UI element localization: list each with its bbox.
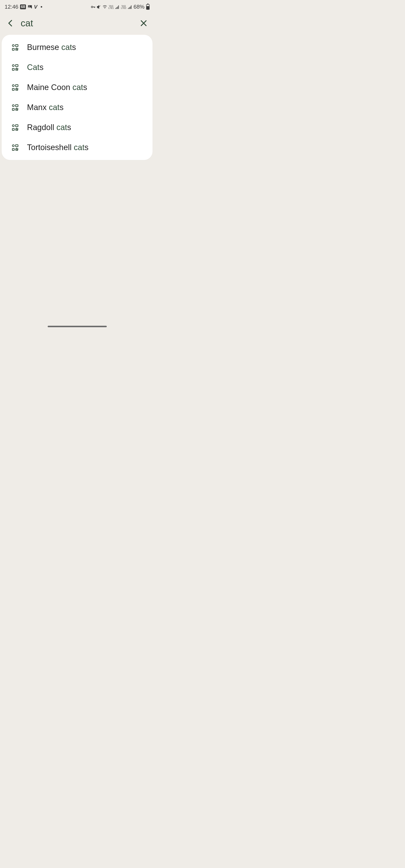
- navigation-bar-indicator[interactable]: [48, 326, 107, 327]
- result-item[interactable]: Cats: [2, 57, 152, 78]
- svg-rect-15: [16, 104, 18, 106]
- lte1-indicator: Vo)) LTE1: [109, 5, 114, 9]
- result-label: Cats: [27, 63, 44, 72]
- svg-rect-22: [12, 148, 15, 150]
- svg-rect-10: [12, 68, 15, 70]
- search-results-card: Burmese cats Cats Maine Coon cats Manx c…: [2, 35, 152, 160]
- clear-button[interactable]: [139, 19, 148, 27]
- result-item[interactable]: Ragdoll cats: [2, 118, 152, 137]
- app-icon-v: V: [34, 4, 37, 10]
- result-item[interactable]: Maine Coon cats: [2, 78, 152, 97]
- svg-rect-16: [12, 108, 15, 110]
- widget-icon: [11, 44, 19, 51]
- svg-rect-7: [12, 48, 15, 50]
- widget-icon: [11, 124, 19, 131]
- status-right: Vo)) LTE1 Vo)) LTE2 68%: [91, 4, 149, 10]
- status-notification-count: 68: [20, 4, 26, 9]
- svg-rect-19: [12, 128, 15, 130]
- lte2-indicator: Vo)) LTE2: [121, 5, 126, 9]
- status-time: 12:46: [5, 4, 18, 10]
- widget-icon: [11, 144, 19, 151]
- result-label: Burmese cats: [27, 43, 76, 52]
- result-label: Ragdoll cats: [27, 123, 71, 132]
- gallery-icon: [28, 5, 32, 9]
- widget-icon: [11, 84, 19, 91]
- more-notifications-dot: [41, 6, 42, 8]
- svg-rect-21: [16, 145, 18, 147]
- status-left: 12:46 68 V: [5, 4, 42, 10]
- result-label: Maine Coon cats: [27, 83, 87, 92]
- vpn-key-icon: [91, 5, 95, 9]
- widget-icon: [11, 64, 19, 71]
- svg-point-20: [12, 145, 15, 147]
- search-header: cat: [0, 11, 154, 35]
- svg-point-11: [12, 85, 15, 87]
- wifi-icon: [103, 5, 107, 9]
- widget-icon: [11, 104, 19, 111]
- back-button[interactable]: [6, 19, 15, 27]
- search-input[interactable]: cat: [21, 18, 134, 28]
- svg-rect-12: [16, 85, 18, 87]
- svg-rect-18: [16, 125, 18, 126]
- status-bar: 12:46 68 V Vo)) LTE1 Vo)) LTE2: [0, 0, 154, 11]
- result-label: Manx cats: [27, 103, 63, 112]
- battery-icon: [146, 4, 149, 10]
- svg-point-14: [12, 104, 15, 106]
- svg-point-17: [12, 125, 15, 126]
- svg-point-1: [29, 6, 30, 6]
- battery-percent: 68%: [134, 4, 144, 10]
- svg-point-5: [12, 44, 15, 46]
- signal1-icon: [115, 5, 120, 9]
- result-label: Tortoiseshell cats: [27, 143, 88, 152]
- svg-rect-9: [16, 64, 18, 66]
- signal2-icon: [127, 5, 132, 9]
- mute-icon: [96, 5, 101, 9]
- result-item[interactable]: Burmese cats: [2, 37, 152, 57]
- svg-rect-13: [12, 88, 15, 90]
- svg-rect-6: [16, 44, 18, 46]
- svg-point-8: [12, 64, 15, 66]
- result-item[interactable]: Tortoiseshell cats: [2, 137, 152, 157]
- result-item[interactable]: Manx cats: [2, 97, 152, 118]
